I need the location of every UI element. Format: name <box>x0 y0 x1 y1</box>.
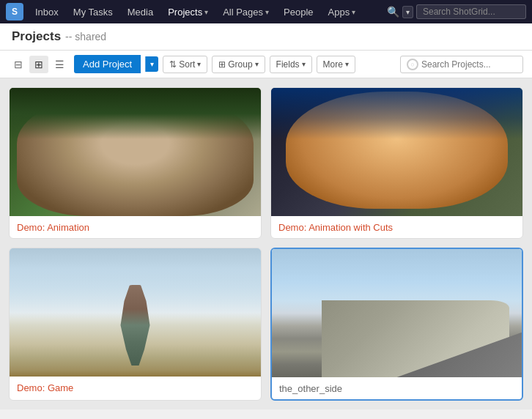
nav-media[interactable]: Media <box>122 4 159 21</box>
project-link[interactable]: Demo: Game <box>17 382 73 393</box>
view-kanban-button[interactable]: ⊟ <box>9 56 28 73</box>
chevron-down-icon: ▾ <box>197 60 201 68</box>
more-button[interactable]: More ▾ <box>317 56 355 73</box>
project-label: Demo: Animation <box>10 216 261 239</box>
sort-button[interactable]: ⇅ Sort ▾ <box>163 56 207 73</box>
character-thumbnail-image <box>271 88 522 216</box>
view-toggle: ⊟ ⊞ ☰ <box>9 56 70 73</box>
nav-apps[interactable]: Apps ▾ <box>322 4 362 21</box>
chevron-down-icon: ▾ <box>352 8 355 16</box>
view-list-button[interactable]: ☰ <box>50 56 70 73</box>
nav-search-input[interactable] <box>416 4 526 19</box>
search-icon: ○ <box>407 59 418 70</box>
project-thumbnail <box>272 249 522 377</box>
search-dropdown-button[interactable]: ▾ <box>402 6 413 18</box>
project-thumbnail <box>271 88 522 216</box>
page-subtitle: -- shared <box>65 31 106 42</box>
search-projects-input[interactable] <box>421 59 517 70</box>
project-label: the_other_side <box>272 377 522 400</box>
project-card-demo-animation[interactable]: Demo: Animation <box>9 87 262 239</box>
chevron-down-icon: ▾ <box>302 60 306 68</box>
page-header: Projects -- shared <box>0 23 532 51</box>
nav-all-pages[interactable]: All Pages ▾ <box>217 4 275 21</box>
top-nav: S Inbox My Tasks Media Projects ▾ All Pa… <box>0 0 532 23</box>
project-card-the-other-side[interactable]: the_other_side <box>270 248 523 401</box>
view-grid-button[interactable]: ⊞ <box>29 56 48 73</box>
chevron-down-icon: ▾ <box>204 8 208 16</box>
chevron-down-icon: ▾ <box>345 60 349 68</box>
project-link[interactable]: Demo: Animation <box>17 222 89 233</box>
add-project-dropdown-button[interactable]: ▾ <box>145 56 158 72</box>
nav-projects[interactable]: Projects ▾ <box>162 4 214 21</box>
nav-inbox[interactable]: Inbox <box>29 4 64 21</box>
project-card-demo-game[interactable]: Demo: Game <box>9 248 262 401</box>
project-thumbnail <box>10 88 261 216</box>
project-label: Demo: Animation with Cuts <box>271 216 522 239</box>
search-icon: 🔍 <box>387 6 399 18</box>
app-logo[interactable]: S <box>6 3 23 21</box>
page-title: Projects <box>12 29 61 44</box>
projects-grid: Demo: Animation Demo: Animation with Cut… <box>0 78 532 409</box>
game-thumbnail-image <box>10 248 261 377</box>
fields-button[interactable]: Fields ▾ <box>270 56 312 73</box>
bear-thumbnail-image <box>10 88 261 216</box>
chevron-down-icon: ▾ <box>265 8 269 16</box>
nav-people[interactable]: People <box>278 4 319 21</box>
nav-my-tasks[interactable]: My Tasks <box>67 4 119 21</box>
project-link[interactable]: Demo: Animation with Cuts <box>278 222 393 233</box>
project-label: Demo: Game <box>10 377 261 399</box>
nav-search-area: 🔍 ▾ <box>387 4 526 19</box>
add-project-button[interactable]: Add Project <box>74 55 141 73</box>
project-card-demo-animation-cuts[interactable]: Demo: Animation with Cuts <box>270 87 523 239</box>
toolbar: ⊟ ⊞ ☰ Add Project ▾ ⇅ Sort ▾ ⊞ Group ▾ F… <box>0 51 532 78</box>
group-button[interactable]: ⊞ Group ▾ <box>212 56 265 73</box>
search-projects-area: ○ <box>400 56 523 73</box>
road-thumbnail-image <box>272 249 522 377</box>
project-thumbnail <box>10 248 261 377</box>
group-icon: ⊞ <box>218 59 226 70</box>
sort-icon: ⇅ <box>169 59 177 70</box>
chevron-down-icon: ▾ <box>255 60 259 68</box>
